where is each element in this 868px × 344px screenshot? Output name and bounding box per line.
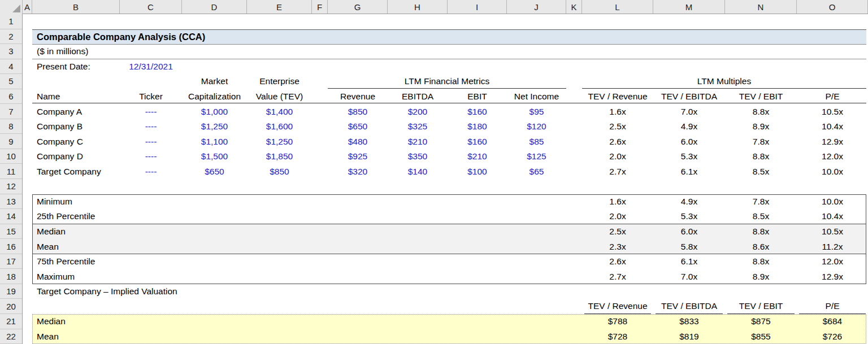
cell-B16[interactable]: Mean: [32, 239, 120, 254]
cell-E10[interactable]: $1,850: [247, 149, 312, 164]
cell-O17[interactable]: 12.0x: [797, 254, 868, 269]
cell-N17[interactable]: 8.8x: [725, 254, 797, 269]
cell-N11[interactable]: 8.5x: [725, 164, 797, 180]
cell-O8[interactable]: 10.4x: [797, 119, 868, 134]
cell-L15[interactable]: 2.5x: [582, 224, 653, 240]
cell-B11[interactable]: Target Company: [32, 164, 120, 180]
column-header-A[interactable]: A: [23, 0, 32, 14]
cell-E7[interactable]: $1,400: [247, 104, 312, 119]
cell-N9[interactable]: 7.8x: [725, 134, 797, 149]
present-date-label[interactable]: Present Date:: [32, 59, 120, 75]
cell-L17[interactable]: 2.6x: [582, 254, 653, 269]
column-header-E[interactable]: E: [247, 0, 312, 14]
cell-L7[interactable]: 1.6x: [582, 104, 653, 119]
cell-I6[interactable]: EBIT: [448, 89, 507, 104]
cell-O11[interactable]: 10.0x: [797, 164, 868, 180]
cell-B22[interactable]: Mean: [32, 329, 120, 344]
sheet-title-bar[interactable]: Comparable Company Analysis (CCA): [32, 29, 866, 45]
cell-B15[interactable]: Median: [32, 224, 120, 240]
cell-C8[interactable]: ----: [120, 119, 182, 134]
column-header-N[interactable]: N: [725, 0, 797, 14]
column-header-C[interactable]: C: [120, 0, 182, 14]
column-header-F[interactable]: F: [312, 0, 328, 14]
cell-N21[interactable]: $875: [725, 314, 797, 329]
select-all-corner[interactable]: [0, 0, 23, 14]
cell-O14[interactable]: 10.4x: [797, 209, 868, 224]
row-header-9[interactable]: 9: [0, 134, 22, 149]
column-header-H[interactable]: H: [388, 0, 448, 14]
row-header-22[interactable]: 22: [0, 329, 22, 344]
cell-O20[interactable]: P/E: [799, 299, 866, 314]
cell-L11[interactable]: 2.7x: [582, 164, 653, 180]
cell-N10[interactable]: 8.8x: [725, 149, 797, 164]
row-header-20[interactable]: 20: [0, 299, 22, 314]
cell-G10[interactable]: $925: [328, 149, 388, 164]
cell-I11[interactable]: $100: [448, 164, 507, 180]
cell-M17[interactable]: 6.1x: [653, 254, 725, 269]
cell-H8[interactable]: $325: [388, 119, 448, 134]
cell-L9[interactable]: 2.6x: [582, 134, 653, 149]
cell-G9[interactable]: $480: [328, 134, 388, 149]
cell-J11[interactable]: $65: [507, 164, 566, 180]
cell-B17[interactable]: 75th Percentile: [32, 254, 120, 269]
row-header-15[interactable]: 15: [0, 224, 22, 240]
cell-H6[interactable]: EBITDA: [388, 89, 448, 104]
column-header-B[interactable]: B: [32, 0, 120, 14]
cell-B14[interactable]: 25th Percentile: [32, 209, 120, 224]
cell-O22[interactable]: $726: [797, 329, 868, 344]
cell-I7[interactable]: $160: [448, 104, 507, 119]
cell-G7[interactable]: $850: [328, 104, 388, 119]
column-header-L[interactable]: L: [582, 0, 653, 14]
column-header-D[interactable]: D: [182, 0, 247, 14]
cell-M16[interactable]: 5.8x: [653, 239, 725, 254]
cell-J10[interactable]: $125: [507, 149, 566, 164]
row-header-14[interactable]: 14: [0, 209, 22, 224]
row-header-16[interactable]: 16: [0, 239, 22, 254]
row-header-3[interactable]: 3: [0, 44, 22, 59]
cell-N6[interactable]: TEV / EBIT: [725, 89, 797, 104]
cell-L14[interactable]: 2.0x: [582, 209, 653, 224]
cell-B13[interactable]: Minimum: [32, 194, 120, 210]
cell-N13[interactable]: 7.8x: [725, 194, 797, 210]
row-header-19[interactable]: 19: [0, 284, 22, 299]
cell-C9[interactable]: ----: [120, 134, 182, 149]
cell-E5[interactable]: Enterprise: [247, 74, 312, 89]
cell-I8[interactable]: $180: [448, 119, 507, 134]
cell-D11[interactable]: $650: [182, 164, 247, 180]
cell-D10[interactable]: $1,500: [182, 149, 247, 164]
cell-C11[interactable]: ----: [120, 164, 182, 180]
cell-M9[interactable]: 6.0x: [653, 134, 725, 149]
cell-B8[interactable]: Company B: [32, 119, 120, 134]
cell-O18[interactable]: 12.9x: [797, 269, 868, 284]
column-header-O[interactable]: O: [797, 0, 868, 14]
cell-N16[interactable]: 8.6x: [725, 239, 797, 254]
cell-N7[interactable]: 8.8x: [725, 104, 797, 119]
cell-B18[interactable]: Maximum: [32, 269, 120, 284]
column-header-G[interactable]: G: [328, 0, 388, 14]
row-header-7[interactable]: 7: [0, 104, 22, 119]
cell-C10[interactable]: ----: [120, 149, 182, 164]
cell-M6[interactable]: TEV / EBITDA: [653, 89, 725, 104]
cell-L8[interactable]: 2.5x: [582, 119, 653, 134]
cell-O6[interactable]: P/E: [797, 89, 868, 104]
present-date-value[interactable]: 12/31/2021: [120, 59, 182, 75]
cell-O7[interactable]: 10.5x: [797, 104, 868, 119]
row-header-13[interactable]: 13: [0, 194, 22, 210]
row-header-2[interactable]: 2: [0, 29, 22, 45]
cell-N14[interactable]: 8.5x: [725, 209, 797, 224]
cell-B9[interactable]: Company C: [32, 134, 120, 149]
cell-D5[interactable]: Market: [182, 74, 247, 89]
row-header-10[interactable]: 10: [0, 149, 22, 164]
cell-H9[interactable]: $210: [388, 134, 448, 149]
row-header-11[interactable]: 11: [0, 164, 22, 180]
cell-J6[interactable]: Net Income: [507, 89, 566, 104]
column-header-M[interactable]: M: [653, 0, 725, 14]
cell-B7[interactable]: Company A: [32, 104, 120, 119]
cell-L16[interactable]: 2.3x: [582, 239, 653, 254]
cell-G6[interactable]: Revenue: [328, 89, 388, 104]
cell-L21[interactable]: $788: [582, 314, 653, 329]
cell-M21[interactable]: $833: [653, 314, 725, 329]
row-header-6[interactable]: 6: [0, 89, 22, 104]
cell-D8[interactable]: $1,250: [182, 119, 247, 134]
cell-B6[interactable]: Name: [32, 89, 120, 104]
